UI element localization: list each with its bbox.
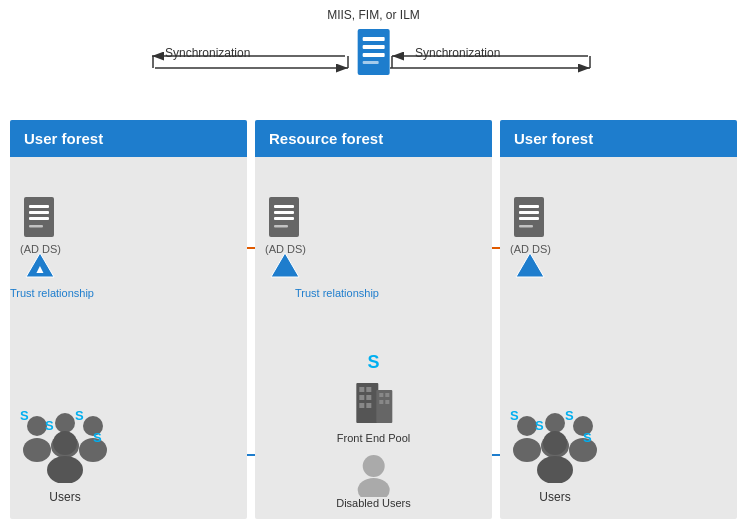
svg-rect-45 bbox=[359, 387, 364, 392]
svg-rect-21 bbox=[362, 53, 384, 57]
forests-container: User forest (AD DS) ▲ bbox=[10, 120, 737, 519]
left-users-group: S S S S Users bbox=[15, 408, 115, 504]
svg-rect-25 bbox=[29, 211, 49, 214]
svg-rect-53 bbox=[385, 393, 389, 397]
miis-server-icon bbox=[354, 27, 392, 79]
disabled-users-label: Disabled Users bbox=[336, 497, 411, 509]
left-server-icon bbox=[23, 197, 57, 241]
center-skype-badge: S bbox=[367, 352, 379, 373]
svg-rect-19 bbox=[362, 37, 384, 41]
svg-point-65 bbox=[513, 438, 541, 462]
svg-text:▲: ▲ bbox=[35, 262, 47, 276]
svg-rect-27 bbox=[29, 225, 43, 228]
svg-rect-51 bbox=[376, 390, 392, 423]
left-skype-badge-3: S bbox=[75, 408, 84, 423]
svg-point-71 bbox=[537, 456, 573, 483]
right-forest-panel: User forest (AD DS) bbox=[500, 120, 737, 519]
svg-point-70 bbox=[543, 431, 567, 455]
sync-label-left: Synchronization bbox=[165, 46, 250, 60]
center-adds-container: (AD DS) bbox=[265, 197, 306, 279]
center-trust-label: Trust relationship bbox=[295, 287, 379, 299]
sync-label-right: Synchronization bbox=[415, 46, 500, 60]
right-ad-triangle bbox=[514, 251, 546, 279]
right-forest-body: (AD DS) bbox=[500, 157, 737, 514]
svg-rect-62 bbox=[519, 225, 533, 228]
right-skype-badge-3: S bbox=[565, 408, 574, 423]
svg-point-31 bbox=[23, 438, 51, 462]
right-skype-badge-2: S bbox=[535, 418, 544, 433]
svg-rect-22 bbox=[362, 61, 378, 64]
svg-rect-49 bbox=[359, 403, 364, 408]
left-ad-triangle: ▲ bbox=[24, 251, 56, 279]
svg-point-64 bbox=[517, 416, 537, 436]
svg-rect-48 bbox=[366, 395, 371, 400]
left-forest-panel: User forest (AD DS) ▲ bbox=[10, 120, 247, 519]
left-skype-badge-2: S bbox=[45, 418, 54, 433]
center-forest-body: (AD DS) Trust relationship S bbox=[255, 157, 492, 514]
svg-marker-43 bbox=[271, 253, 299, 277]
svg-point-66 bbox=[545, 413, 565, 433]
right-forest-header: User forest bbox=[500, 120, 737, 157]
svg-rect-46 bbox=[366, 387, 371, 392]
svg-point-32 bbox=[55, 413, 75, 433]
right-server-icon bbox=[513, 197, 547, 241]
right-users-group: S S S S Users bbox=[505, 408, 605, 504]
left-forest-body: (AD DS) ▲ Trust relationship bbox=[10, 157, 247, 514]
svg-point-56 bbox=[363, 455, 385, 477]
left-skype-badge-1: S bbox=[20, 408, 29, 423]
right-adds-container: (AD DS) bbox=[510, 197, 551, 279]
svg-rect-24 bbox=[29, 205, 49, 208]
svg-point-37 bbox=[47, 456, 83, 483]
diagram-container: MIIS, FIM, or ILM Synchronization Synchr… bbox=[0, 0, 747, 529]
front-end-pool-container: S bbox=[337, 352, 410, 444]
svg-rect-52 bbox=[379, 393, 383, 397]
svg-rect-59 bbox=[519, 205, 539, 208]
left-skype-badge-4: S bbox=[93, 430, 102, 445]
right-users-label: Users bbox=[505, 490, 605, 504]
miis-server-container: MIIS, FIM, or ILM bbox=[327, 8, 420, 79]
svg-point-36 bbox=[53, 431, 77, 455]
svg-rect-20 bbox=[362, 45, 384, 49]
center-ad-triangle bbox=[269, 251, 301, 279]
left-trust-label: Trust relationship bbox=[10, 287, 94, 299]
center-forest-panel: Resource forest (AD DS) bbox=[255, 120, 492, 519]
right-skype-badge-1: S bbox=[510, 408, 519, 423]
svg-rect-54 bbox=[379, 400, 383, 404]
front-end-pool-icon bbox=[346, 375, 401, 430]
disabled-users-container: Disabled Users bbox=[336, 452, 411, 509]
svg-rect-39 bbox=[274, 205, 294, 208]
right-skype-badge-4: S bbox=[583, 430, 592, 445]
svg-rect-50 bbox=[366, 403, 371, 408]
svg-rect-18 bbox=[357, 29, 389, 75]
left-adds-container: (AD DS) ▲ bbox=[20, 197, 61, 279]
svg-rect-47 bbox=[359, 395, 364, 400]
front-end-pool-label: Front End Pool bbox=[337, 432, 410, 444]
svg-rect-61 bbox=[519, 217, 539, 220]
svg-marker-63 bbox=[516, 253, 544, 277]
svg-rect-55 bbox=[385, 400, 389, 404]
left-users-label: Users bbox=[15, 490, 115, 504]
left-forest-header: User forest bbox=[10, 120, 247, 157]
svg-rect-41 bbox=[274, 217, 294, 220]
svg-rect-40 bbox=[274, 211, 294, 214]
svg-point-57 bbox=[358, 478, 390, 497]
disabled-users-icon bbox=[349, 452, 399, 497]
center-server-icon bbox=[268, 197, 302, 241]
svg-rect-60 bbox=[519, 211, 539, 214]
center-forest-header: Resource forest bbox=[255, 120, 492, 157]
svg-rect-42 bbox=[274, 225, 288, 228]
svg-rect-26 bbox=[29, 217, 49, 220]
miis-label: MIIS, FIM, or ILM bbox=[327, 8, 420, 22]
svg-point-30 bbox=[27, 416, 47, 436]
right-users-icon bbox=[505, 408, 605, 483]
left-users-icon bbox=[15, 408, 115, 483]
